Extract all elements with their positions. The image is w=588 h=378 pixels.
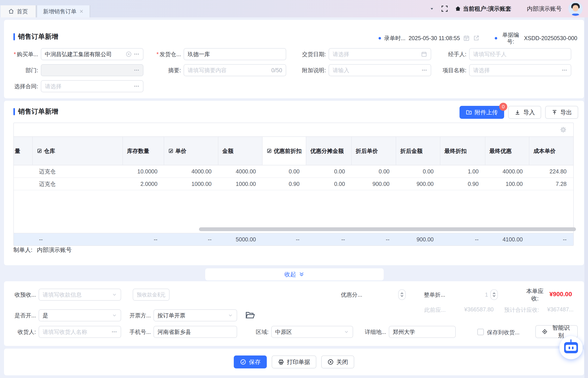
fullscreen-icon[interactable] [441,5,448,12]
avatar-face [573,5,578,11]
invoice-select[interactable]: 是 [39,309,121,321]
invoice-method-select[interactable]: 按订单开票 [154,309,237,321]
check-circle-icon [240,359,246,365]
chevron-down-icon[interactable] [112,292,117,297]
attach-upload-button[interactable]: 附件上传 0 [460,106,504,119]
table-row[interactable]: 迈克仓 10.0000 4000.00 4000.00 0.00 0.00 0.… [14,165,573,178]
department-label: 部门: [7,64,41,76]
more-icon[interactable]: ••• [112,330,117,334]
department-value [45,67,134,74]
avatar[interactable] [568,1,583,16]
consignee-value[interactable] [42,329,112,335]
column-header-amount[interactable]: 金额 [218,137,263,165]
import-button[interactable]: 导入 [508,106,541,119]
delivery-date-input[interactable] [329,48,431,60]
chevron-down-icon[interactable] [344,329,349,335]
edit-link-icon[interactable] [473,35,480,41]
column-header-stock-qty[interactable]: 库存数量 [123,137,164,165]
project-input[interactable]: ••• [469,64,571,76]
tab-home[interactable]: 首页 [0,5,36,17]
page-scrollbar[interactable] [584,17,588,378]
summary-value[interactable] [188,67,271,74]
phone-input[interactable] [154,326,237,338]
table-summary-row: -- -- -- 5000.00 -- -- -- 900.00 -- 4100… [14,233,573,245]
close-button[interactable]: 关闭 [321,355,354,368]
region-select[interactable]: 中原区 [271,326,353,338]
column-header-final-discount[interactable]: 最终折扣 [440,137,485,165]
phone-value[interactable] [157,329,233,335]
title-accent-bar [13,108,15,115]
save-button[interactable]: 保存 [234,355,267,368]
delivery-date-value[interactable] [333,51,421,57]
record-time-value: 2025-05-30 11:08:55 [409,35,460,41]
contract-value[interactable] [45,83,134,90]
more-icon[interactable]: ••• [422,68,427,72]
note-value[interactable] [333,67,422,74]
folder-open-icon[interactable] [245,310,255,321]
note-input[interactable]: ••• [329,64,431,76]
receipt-label: 收预收... [10,289,39,301]
attach-count-badge: 0 [499,103,507,111]
chevron-down-icon[interactable] [112,313,117,318]
whole-discount-value[interactable]: 1 [461,289,488,301]
chevron-down-icon[interactable] [429,6,434,11]
chevron-down-icon[interactable] [228,313,233,318]
print-button[interactable]: 打印单据 [272,355,316,368]
gear-icon[interactable] [560,126,567,134]
table-row[interactable]: 迈克仓 2.0000 1000.00 1000.00 0.90 0.00 900… [14,178,573,190]
column-header-discounted-amount[interactable]: 折后金额 [396,137,440,165]
more-icon[interactable]: ••• [134,68,140,72]
project-value[interactable] [473,67,562,74]
address-value[interactable] [393,329,452,335]
buyer-value[interactable] [45,51,126,57]
note-field: 附加说明: ••• [295,64,431,76]
maker-label: 制单人: [13,246,32,254]
more-icon[interactable]: ••• [134,52,140,56]
tenant-info[interactable]: 当前租户:演示账套 [455,5,511,13]
column-header-partial[interactable]: 量 [14,137,33,165]
assistant-robot-button[interactable] [560,336,583,359]
handler-input[interactable] [469,48,571,60]
tab-new-sales-order[interactable]: 新增销售订单 [37,5,90,17]
topbar-right: 当前租户:演示账套 内部演示账号 [429,0,583,17]
save-address-label: 保存到收货... [487,329,519,336]
column-header-warehouse[interactable]: 仓库 [33,137,123,165]
account-name[interactable]: 内部演示账号 [527,5,562,13]
whole-discount-stepper[interactable] [490,289,498,300]
column-header-discount-share[interactable]: 优惠分摊金额 [306,137,352,165]
column-header-pre-discount[interactable]: 优惠前折扣 [263,137,306,165]
summary-input[interactable]: 0/50 [183,64,286,76]
calendar-icon[interactable] [463,35,470,41]
calendar-icon[interactable] [421,51,427,57]
export-button[interactable]: 导出 [545,106,578,119]
discount-share-stepper[interactable] [398,289,406,300]
receipt-value[interactable] [42,292,112,298]
advance-amount-value[interactable] [137,292,160,298]
receipt-select[interactable] [39,289,121,301]
buyer-input[interactable]: ••• [41,48,143,60]
project-label: 项目名称: [436,64,469,76]
horizontal-scrollbar[interactable] [199,227,576,231]
save-address-checkbox[interactable] [477,329,484,335]
advance-amount-input[interactable]: 元 [133,289,169,301]
address-input[interactable] [389,326,456,338]
consignee-input[interactable]: ••• [39,326,121,338]
column-header-discounted-price[interactable]: 折后单价 [352,137,396,165]
tab-close-icon[interactable] [79,9,84,14]
contract-input[interactable]: ••• [41,80,143,92]
clear-icon[interactable] [126,51,132,57]
column-header-cost-price[interactable]: 成本单价 [529,137,573,165]
warehouse-value[interactable] [188,51,282,57]
more-icon[interactable]: ••• [134,84,140,88]
column-header-final-benefit[interactable]: 最终优惠 [485,137,530,165]
column-header-unit-price[interactable]: 单价 [164,137,218,165]
more-icon[interactable]: ••• [562,68,567,72]
payment-card: 收预收... 元 优惠分... 整单折... 1 本单应收: ¥900.00 此… [4,281,584,346]
warehouse-input[interactable] [183,48,286,60]
double-chevron-down-icon [299,271,305,277]
department-input[interactable]: ••• [41,64,143,76]
collapse-button[interactable]: 收起 [205,268,384,280]
handler-value[interactable] [473,51,567,57]
section-title: 销售订单新增 [13,32,58,41]
detail-section-title: 销售订单新增 [13,107,58,116]
